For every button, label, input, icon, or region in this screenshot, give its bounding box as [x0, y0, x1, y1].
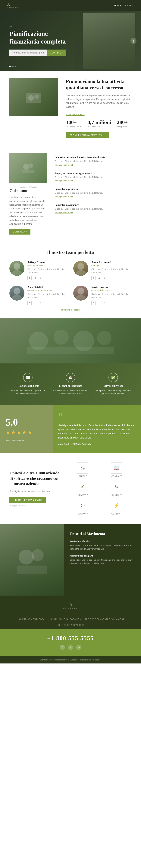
hero-dot-1[interactable] — [9, 66, 11, 67]
cta-icon-label-2: COMPANY — [78, 494, 88, 496]
cta-button[interactable]: Ritirati la tua libero — [9, 497, 46, 503]
footer-phone-section: +1 800 555 5555 f X in — [0, 629, 141, 656]
who-right: Le nostre persone e il nostro team domin… — [55, 153, 132, 235]
testimonial-author: Jake Smith – CEO dell'azienda — [58, 443, 135, 445]
team-info-1: Anna Richmond manager Clicca qui. Click … — [91, 261, 132, 280]
movement-section: Unisciti al Movimento Trasformare le vit… — [0, 524, 141, 595]
cta-icon-2: ✔ — [77, 481, 88, 492]
social-other-0[interactable]: ☺ — [39, 276, 43, 280]
social-other-1[interactable]: ☺ — [103, 276, 107, 280]
nav-link-page1[interactable]: PAGE 1 — [125, 4, 134, 6]
footer-nav-link-2[interactable]: TRE COSE DI MASSARE / QUALCOSA — [85, 618, 124, 620]
social-twitter-2[interactable]: X — [33, 301, 37, 305]
team-socials-0: f X ☺ — [27, 276, 68, 280]
cta-icon-item-2: ✔ COMPANY — [68, 481, 98, 496]
feature-item-2: ✅ Servizi più veloci Excepteur sint occa… — [94, 373, 132, 396]
svg-point-20 — [32, 549, 44, 561]
feature-icon-2: ✅ — [109, 373, 118, 382]
who-item-link-2[interactable]: Immagine di Freepik — [55, 195, 73, 198]
footer-social: f X in — [6, 645, 135, 650]
cta-caption: Immagine dell'azienda — [9, 505, 60, 507]
svg-point-3 — [23, 164, 29, 170]
cta-icon-5: ⚡ — [111, 500, 122, 511]
social-facebook-2[interactable]: f — [27, 301, 32, 305]
who-item-title-2: La nostra esperienza — [55, 188, 132, 191]
promo-image-link[interactable]: Immagine di Freepik — [66, 113, 85, 116]
who-cta-button[interactable]: CONTINUA + — [9, 229, 30, 235]
testimonial-stars: ★ ★ ★ ★ ★ — [6, 429, 47, 435]
cta-icon-item-4: ⬡ COMPANY — [68, 500, 98, 515]
chart-icon: 📊 — [26, 375, 30, 380]
social-twitter-3[interactable]: X — [97, 301, 101, 305]
footer-nav-link-0[interactable]: LINK RAPIDO / QUALCOSA — [17, 618, 45, 620]
social-facebook-3[interactable]: f — [91, 301, 95, 305]
star-3: ★ — [17, 429, 21, 435]
svg-point-19 — [19, 550, 34, 565]
navbar-links: HOME PAGE 1 — [114, 4, 134, 6]
footer-bottom: Copyright 2025. All rights reserved. Cli… — [0, 656, 141, 663]
who-item-link-1[interactable]: Immagine di Freepik — [55, 180, 73, 182]
hero-next-arrow[interactable]: ❯ — [131, 38, 137, 44]
team-grid: Jeffrey Brown direttore creativo Clicca … — [9, 261, 132, 305]
svg-point-11 — [12, 295, 22, 301]
feature-icon-1: 📅 — [66, 373, 75, 382]
promo-cta-button[interactable]: Prova la prova gratuita → — [66, 132, 109, 138]
team-desc-0: Clicca qui. Click to edit this text. Fin… — [27, 268, 68, 274]
team-card-3: Rosie Swanson Direttore delle vendite Cl… — [73, 286, 132, 305]
social-facebook-0[interactable]: f — [27, 276, 32, 280]
svg-point-8 — [78, 263, 84, 270]
nav-link-home[interactable]: HOME — [114, 4, 121, 6]
social-facebook-1[interactable]: f — [91, 276, 95, 280]
hero-dot-3[interactable] — [15, 66, 16, 67]
check-icon: ✅ — [111, 375, 115, 380]
movement-item-0: Trasformare le vite Sample text. Click t… — [69, 540, 135, 551]
stat-number-2: 4,7 milioni — [88, 119, 111, 125]
team-avatar-2 — [9, 286, 24, 301]
footer-social-facebook[interactable]: f — [60, 645, 65, 650]
stat-number-3: 280+ — [117, 119, 128, 125]
social-other-2[interactable]: ☺ — [39, 301, 43, 305]
team-desc-1: Clicca qui. Click to edit this text. Fin… — [91, 268, 132, 274]
team-card-1: Anna Richmond manager Clicca qui. Click … — [73, 261, 132, 280]
who-img-caption: Immagine di Freepik — [9, 186, 47, 188]
promo-text: Promuoviamo la tua attività quotidiana v… — [66, 78, 132, 138]
svg-point-7 — [12, 270, 22, 276]
team-footer: Immagine di Freepik — [9, 309, 132, 311]
who-title: Chi siamo — [9, 188, 47, 193]
who-item-desc-0: Clicca qui. Click to edit this text. Fin… — [55, 160, 132, 163]
cta-icon-item-0: ◎ SAMPLE — [68, 462, 98, 477]
team-role-2: guru della programmazione — [27, 289, 68, 291]
hero-dot-2[interactable] — [12, 66, 13, 67]
footer-nav: LINK RAPIDO / QUALCOSA LINKRAPIDO / QUAL… — [0, 615, 141, 629]
navbar-logo: A — [7, 2, 10, 6]
movement-title: Unisciti al Movimento — [69, 532, 135, 536]
cta-icon-item-5: ⚡ COMPANY — [102, 500, 132, 515]
star-2: ★ — [11, 429, 16, 435]
cta-icon-item-1: 📖 COMPANY — [102, 462, 132, 477]
stat-number-1: 300+ — [66, 119, 82, 125]
social-twitter-1[interactable]: X — [97, 276, 101, 280]
promo-stats: 300+ Giovani lavoratori 4,7 milioni Fond… — [66, 119, 132, 128]
svg-rect-18 — [27, 347, 114, 354]
footer-social-twitter[interactable]: X — [68, 645, 73, 650]
svg-point-4 — [29, 163, 33, 168]
svg-point-13 — [76, 295, 86, 301]
social-other-3[interactable]: ☺ — [103, 301, 107, 305]
cta-icon-label-3: COMPANY — [111, 494, 122, 496]
who-item-link-3[interactable]: Immagine di Freepik — [55, 212, 73, 214]
team-name-3: Rosie Swanson — [91, 286, 132, 289]
team-footer-link[interactable]: Immagine di Freepik — [61, 309, 80, 311]
team-avatar-0 — [9, 261, 24, 276]
footer-social-linkedin[interactable]: in — [76, 645, 81, 650]
social-twitter-0[interactable]: X — [33, 276, 37, 280]
team-heading: Il nostro team perfetto — [9, 250, 132, 255]
footer-nav-link-1[interactable]: LINKRAPIDO / QUALCOSA CON — [49, 618, 81, 620]
who-image — [9, 153, 47, 183]
feature-desc-2: Excepteur sint occaecat cupidatat non qu… — [94, 389, 132, 396]
who-item-0: Le nostre persone e il nostro team domin… — [55, 153, 132, 169]
hero-email-input[interactable] — [9, 50, 47, 56]
stat-item-3: 280+ Siti speciali — [117, 119, 128, 128]
who-item-link-0[interactable]: Immagine di Freepik — [55, 164, 73, 166]
hero-cta-button[interactable]: CONTINUA — [47, 50, 66, 56]
footer-nav-link-3[interactable]: LINK RAPIDO / QUALCOSA — [56, 624, 84, 626]
